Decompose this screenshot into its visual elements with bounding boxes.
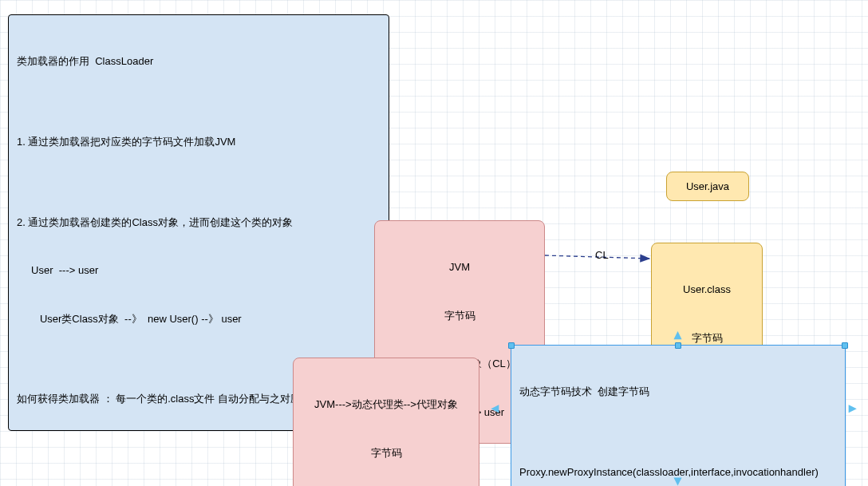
user-java-box[interactable]: User.java: [666, 172, 749, 201]
connector-handle-right-icon[interactable]: ▸: [849, 399, 856, 417]
note-title: 类加载器的作用 ClassLoader: [17, 53, 381, 69]
note-dynamic-bytecode[interactable]: 动态字节码技术 创建字节码 Proxy.newProxyInstance(cla…: [511, 345, 846, 486]
dynamic-proxy-box[interactable]: JVM--->动态代理类-->代理对象 字节码 代理类Class对象（借用CL）…: [293, 358, 479, 486]
arrow-label-cl: CL: [595, 249, 609, 261]
resize-handle[interactable]: [842, 342, 848, 349]
